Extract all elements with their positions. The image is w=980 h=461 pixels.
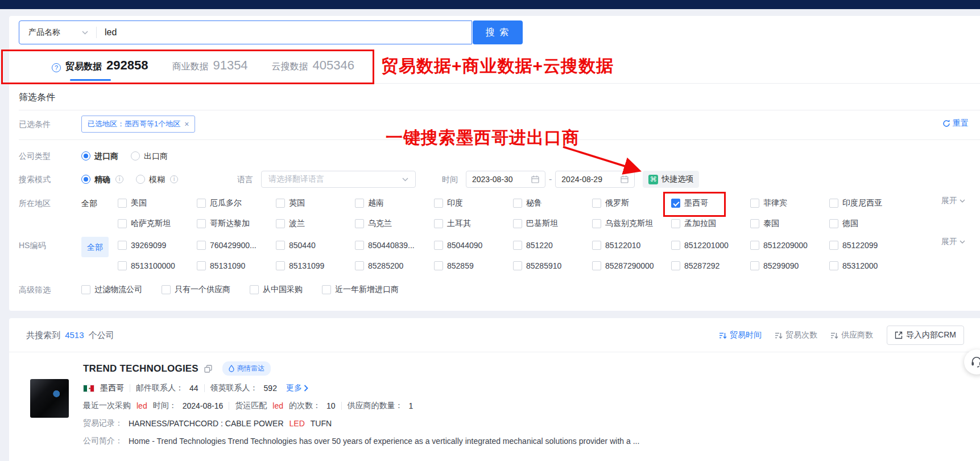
checkbox-item[interactable]: 孟加拉国 (671, 217, 750, 230)
more-link[interactable]: 更多 (286, 383, 308, 393)
start-date-input[interactable]: 2023-08-30 (466, 171, 545, 188)
checkbox[interactable] (592, 261, 601, 270)
checkbox[interactable] (322, 285, 331, 294)
checkbox[interactable] (197, 199, 206, 208)
checkbox[interactable] (118, 241, 127, 250)
region-expand-link[interactable]: 展开 (941, 196, 965, 206)
checkbox[interactable] (592, 199, 601, 208)
checkbox-item[interactable]: 泰国 (750, 217, 829, 230)
checkbox-item[interactable]: 巴基斯坦 (513, 217, 592, 230)
remove-tag-icon[interactable]: × (184, 120, 189, 129)
checkbox-item[interactable]: 760429900... (197, 239, 276, 252)
checkbox[interactable] (276, 199, 285, 208)
tab-cloud-search-data[interactable]: 云搜数据 405346 (272, 55, 354, 81)
checkbox-item[interactable]: 850440 (276, 239, 355, 252)
end-date-input[interactable]: 2024-08-29 (555, 171, 635, 188)
checkbox[interactable] (592, 241, 601, 250)
checkbox-item[interactable]: 85299090 (750, 260, 829, 272)
checkbox[interactable] (355, 261, 364, 270)
search-field-selector[interactable]: 产品名称 (19, 27, 96, 38)
checkbox[interactable] (250, 285, 259, 294)
checkbox-item[interactable]: 秘鲁 (513, 197, 592, 209)
checkbox-item[interactable]: 波兰 (276, 217, 355, 230)
checkbox[interactable] (829, 241, 838, 250)
checkbox[interactable] (355, 241, 364, 250)
sort-supplier-count[interactable]: 供应商数 (831, 330, 873, 340)
checkbox-item[interactable]: 852859 (434, 260, 513, 272)
checkbox[interactable] (118, 199, 127, 208)
checkbox-item[interactable]: 墨西哥 (671, 197, 750, 209)
checkbox-item[interactable]: 乌兹别克斯坦 (592, 217, 671, 230)
checkbox[interactable] (355, 219, 364, 228)
sort-trade-time[interactable]: 贸易时间 (720, 330, 762, 340)
checkbox-item[interactable]: 850440839... (355, 239, 434, 252)
checkbox[interactable] (829, 261, 838, 270)
checkbox[interactable] (276, 261, 285, 270)
checkbox[interactable] (434, 261, 443, 270)
checkbox-item[interactable]: 8512201000 (671, 239, 750, 252)
import-crm-button[interactable]: 导入内部CRM (887, 326, 964, 345)
checkbox-item[interactable]: 只有一个供应商 (162, 283, 230, 296)
checkbox[interactable] (750, 219, 759, 228)
checkbox-item[interactable]: 85131090 (197, 260, 276, 272)
company-result-item[interactable]: TREND TECHNOLOGIES 商情雷达 墨西哥 邮件联系人： 44 领英… (9, 352, 980, 446)
checkbox[interactable] (592, 219, 601, 228)
checkbox[interactable] (197, 261, 206, 270)
checkbox-item[interactable]: 印度 (434, 197, 513, 209)
checkbox-item[interactable]: 39269099 (118, 239, 197, 252)
search-button[interactable]: 搜 索 (473, 20, 523, 44)
checkbox-item[interactable]: 乌克兰 (355, 217, 434, 230)
checkbox[interactable] (671, 219, 680, 228)
checkbox-item[interactable]: 过滤物流公司 (81, 283, 142, 296)
language-select[interactable]: 请选择翻译语言 (261, 171, 416, 188)
search-input-group[interactable]: 产品名称 (19, 20, 472, 44)
tab-trade-data[interactable]: 贸易数据 292858 (65, 55, 148, 81)
checkbox[interactable] (750, 241, 759, 250)
checkbox[interactable] (197, 219, 206, 228)
checkbox-item[interactable]: 哥斯达黎加 (197, 217, 276, 230)
checkbox-item[interactable]: 俄罗斯 (592, 197, 671, 209)
selected-region-tag[interactable]: 已选地区：墨西哥等1个地区 × (81, 116, 195, 133)
info-circle-icon[interactable]: i (170, 175, 178, 183)
checkbox[interactable] (81, 285, 90, 294)
company-name[interactable]: TREND TECHNOLOGIES (83, 363, 199, 374)
hs-expand-link[interactable]: 展开 (941, 237, 965, 247)
checkbox[interactable] (750, 199, 759, 208)
checkbox[interactable] (355, 199, 364, 208)
checkbox[interactable] (513, 219, 522, 228)
radio-exact[interactable]: 精确 i (81, 171, 123, 188)
checkbox-item[interactable]: 近一年新增进口商 (322, 283, 399, 296)
checkbox[interactable] (513, 261, 522, 270)
checkbox-item[interactable]: 8512209000 (750, 239, 829, 252)
checkbox-item[interactable]: 85285910 (513, 260, 592, 272)
checkbox-item[interactable]: 越南 (355, 197, 434, 209)
business-radar-badge[interactable]: 商情雷达 (222, 361, 271, 376)
checkbox-item[interactable]: 印度尼西亚 (829, 197, 908, 209)
checkbox-item[interactable]: 厄瓜多尔 (197, 197, 276, 209)
checkbox-item[interactable]: 85287290000 (592, 260, 671, 272)
checkbox[interactable] (750, 261, 759, 270)
checkbox[interactable] (197, 241, 206, 250)
checkbox[interactable] (671, 261, 680, 270)
hs-all-option[interactable]: 全部 (81, 237, 109, 257)
checkbox-item[interactable]: 德国 (829, 217, 908, 230)
checkbox-item[interactable]: 菲律宾 (750, 197, 829, 209)
checkbox[interactable] (513, 199, 522, 208)
quick-options-button[interactable]: ⌘ 快捷选项 (643, 171, 699, 188)
checkbox[interactable] (513, 241, 522, 250)
checkbox[interactable] (671, 241, 680, 250)
copy-icon[interactable] (204, 365, 212, 373)
checkbox-item[interactable]: 85287292 (671, 260, 750, 272)
radio-fuzzy[interactable]: 模糊 i (136, 171, 178, 188)
checkbox-item[interactable]: 85312000 (829, 260, 908, 272)
checkbox[interactable] (434, 219, 443, 228)
sort-trade-count[interactable]: 贸易次数 (775, 330, 817, 340)
question-circle-icon[interactable]: ? (52, 63, 61, 72)
checkbox[interactable] (162, 285, 171, 294)
reset-button[interactable]: 重置 (942, 118, 969, 129)
checkbox-item[interactable]: 85131099 (276, 260, 355, 272)
checkbox[interactable] (434, 199, 443, 208)
checkbox-item[interactable]: 8513100000 (118, 260, 197, 272)
checkbox-item[interactable]: 土耳其 (434, 217, 513, 230)
radio-importer[interactable]: 进口商 (81, 147, 118, 164)
